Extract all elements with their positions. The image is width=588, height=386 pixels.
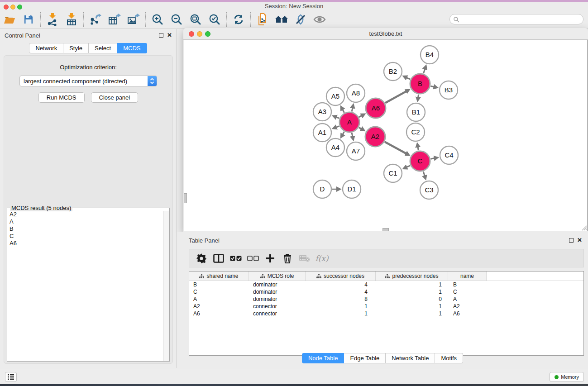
save-session-icon[interactable] xyxy=(19,12,38,27)
edge-B-B4[interactable] xyxy=(423,69,425,73)
zoom-selected-icon[interactable] xyxy=(205,12,224,27)
tab-node-table[interactable]: Node Table xyxy=(302,353,344,363)
tab-motifs[interactable]: Motifs xyxy=(435,353,463,363)
node-B4[interactable]: B4 xyxy=(421,46,439,64)
result-item[interactable]: A6 xyxy=(8,240,163,247)
edge-B-B1[interactable] xyxy=(418,95,419,98)
optimization-criterion-select[interactable]: largest connected component (directed) xyxy=(19,76,157,86)
result-item[interactable]: C xyxy=(8,233,163,240)
column-header-successor-nodes[interactable]: successor nodes xyxy=(306,272,376,281)
node-B3[interactable]: B3 xyxy=(440,81,458,99)
node-C1[interactable]: C1 xyxy=(384,164,402,182)
edge-C-C3[interactable] xyxy=(423,172,425,176)
node-D1[interactable]: D1 xyxy=(343,180,361,198)
node-D[interactable]: D xyxy=(313,180,331,198)
tab-network[interactable]: Network xyxy=(29,43,63,53)
node-A5[interactable]: A5 xyxy=(326,87,344,105)
select-all-checks-icon[interactable] xyxy=(227,251,244,266)
tab-mcds[interactable]: MCDS xyxy=(117,43,147,53)
search-input[interactable] xyxy=(459,16,583,23)
memory-button[interactable]: Memory xyxy=(550,372,584,382)
node-B2[interactable]: B2 xyxy=(384,62,402,81)
column-header-shared-name[interactable]: shared name xyxy=(189,272,249,281)
mcds-result-list[interactable]: A2ABCA6 xyxy=(8,211,163,361)
canvas-vertical-scroll-thumb[interactable] xyxy=(184,193,187,203)
search-field[interactable] xyxy=(449,14,583,24)
column-layout-icon[interactable] xyxy=(210,251,227,266)
node-C[interactable]: C xyxy=(410,151,430,171)
result-item[interactable]: A xyxy=(8,218,163,225)
node-A2[interactable]: A2 xyxy=(365,127,385,147)
table-row[interactable]: Cdominator41C xyxy=(189,288,583,295)
home-view-icon[interactable] xyxy=(272,12,291,27)
table-close-panel-icon[interactable]: ✕ xyxy=(577,237,582,243)
close-panel-button[interactable]: Close panel xyxy=(91,92,139,103)
table-row[interactable]: A2connector11A2 xyxy=(189,303,583,310)
resize-grip-icon[interactable] xyxy=(580,224,587,231)
result-item[interactable]: B xyxy=(8,225,163,233)
node-A8[interactable]: A8 xyxy=(347,84,365,102)
node-A4[interactable]: A4 xyxy=(326,138,344,157)
deselect-all-checks-icon[interactable] xyxy=(244,251,262,266)
table-float-panel-icon[interactable] xyxy=(569,238,574,243)
delete-column-trash-icon[interactable] xyxy=(279,251,296,266)
column-header-predecessor-nodes[interactable]: predecessor nodes xyxy=(376,272,448,281)
zoom-out-icon[interactable] xyxy=(167,12,186,27)
open-file-icon[interactable] xyxy=(0,12,19,27)
import-table-icon[interactable] xyxy=(62,12,81,27)
node-A7[interactable]: A7 xyxy=(347,142,365,160)
node-B[interactable]: B xyxy=(410,74,430,94)
edge-A-A6[interactable] xyxy=(359,115,362,117)
edge-A-A7[interactable] xyxy=(352,133,353,136)
tab-network-table[interactable]: Network Table xyxy=(386,353,435,363)
edge-A-A8[interactable] xyxy=(352,108,353,111)
export-network-icon[interactable] xyxy=(86,12,105,27)
edge-A2-C[interactable] xyxy=(385,142,406,153)
node-A1[interactable]: A1 xyxy=(313,124,331,142)
import-network-icon[interactable] xyxy=(43,12,62,27)
edge-A-A2[interactable] xyxy=(359,128,362,129)
table-row[interactable]: A6connector11A6 xyxy=(189,310,583,317)
export-image-icon[interactable] xyxy=(124,12,143,27)
result-item[interactable]: A2 xyxy=(8,211,163,218)
add-column-icon[interactable] xyxy=(262,251,279,266)
edge-A-A1[interactable] xyxy=(336,126,339,128)
node-C2[interactable]: C2 xyxy=(406,123,425,141)
node-A6[interactable]: A6 xyxy=(366,98,386,118)
clone-network-icon[interactable] xyxy=(253,12,272,27)
task-history-button[interactable] xyxy=(5,372,17,382)
node-A3[interactable]: A3 xyxy=(313,103,331,121)
float-panel-icon[interactable] xyxy=(159,33,163,38)
table-row[interactable]: Bdominator41B xyxy=(189,281,583,288)
zoom-in-icon[interactable] xyxy=(148,12,167,27)
toggle-graphics-details-icon[interactable] xyxy=(291,12,310,27)
edge-A-A4[interactable] xyxy=(343,132,344,134)
result-scrollbar[interactable] xyxy=(163,211,169,361)
node-C4[interactable]: C4 xyxy=(440,146,458,164)
edge-A-A3[interactable] xyxy=(336,117,339,119)
tab-select[interactable]: Select xyxy=(89,43,117,53)
refresh-layout-icon[interactable] xyxy=(229,12,248,27)
node-B1[interactable]: B1 xyxy=(407,103,425,121)
edge-A-A5[interactable] xyxy=(343,110,344,113)
show-hide-eye-icon[interactable] xyxy=(310,12,329,27)
edge-A6-B[interactable] xyxy=(385,91,406,103)
node-A[interactable]: A xyxy=(339,112,359,132)
zoom-fit-icon[interactable] xyxy=(186,12,205,27)
network-canvas[interactable]: AA1A2A3A4A5A6A7A8BB1B2B3B4CC1C2C3C4DD1 xyxy=(184,40,588,231)
node-C3[interactable]: C3 xyxy=(420,181,438,199)
edge-C-C4[interactable] xyxy=(431,158,435,159)
edge-B-B3[interactable] xyxy=(430,86,434,87)
canvas-horizontal-scroll-thumb[interactable] xyxy=(382,228,389,231)
gear-icon[interactable] xyxy=(193,251,210,266)
edge-C-C2[interactable] xyxy=(418,147,418,151)
edge-B-B2[interactable] xyxy=(406,78,410,80)
tab-style[interactable]: Style xyxy=(63,43,89,53)
column-header-name[interactable]: name xyxy=(448,272,487,281)
column-header-MCDS-role[interactable]: MCDS role xyxy=(249,272,306,281)
table-row[interactable]: Adominator80A xyxy=(189,295,583,303)
edge-C-C1[interactable] xyxy=(406,166,410,167)
tab-edge-table[interactable]: Edge Table xyxy=(344,353,386,363)
network-window-titlebar[interactable]: testGlobe.txt xyxy=(183,28,588,40)
close-panel-icon[interactable]: ✕ xyxy=(167,32,172,38)
